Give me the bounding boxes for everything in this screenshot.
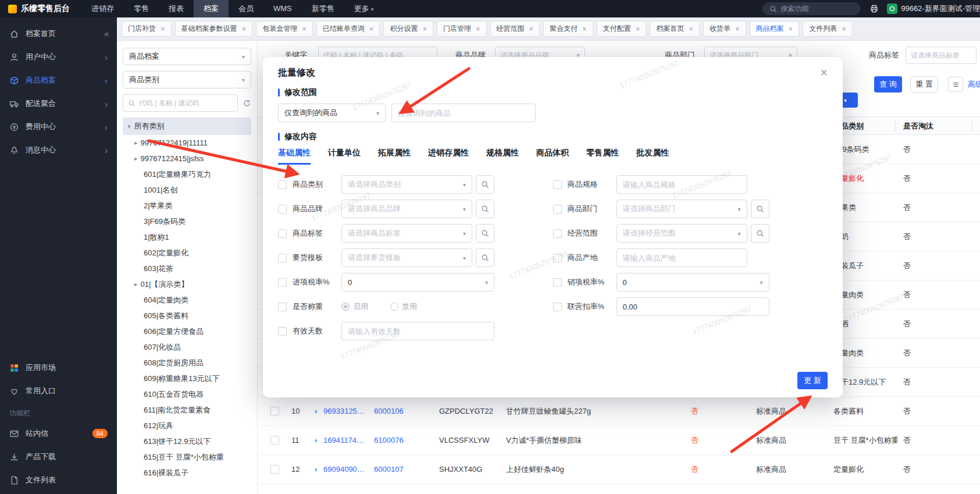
row-checkbox[interactable] [270, 407, 279, 415]
tree-item[interactable]: 613|饼干12.9元以下 [123, 433, 251, 449]
dept-select[interactable]: 请选择商品部门▾ [616, 200, 747, 218]
table-row[interactable]: 10 › 96933125… 6000106 GZPDCLYGT22 甘竹牌豆豉… [258, 397, 980, 426]
caret-down-icon[interactable]: ▾ [127, 123, 131, 130]
field-checkbox[interactable] [278, 180, 287, 189]
tree-item[interactable]: 607|化妆品 [123, 339, 251, 355]
field-checkbox[interactable] [553, 303, 562, 311]
tree-item[interactable]: 612|玩具 [123, 418, 251, 433]
tab-pay-config[interactable]: 支付配置× [597, 21, 647, 37]
tree-root-all-categories[interactable]: ▾ 所有类别 [123, 118, 251, 135]
advanced-query-link[interactable]: 高级 [968, 76, 980, 93]
biz-scope-select[interactable]: 请选择经营范围▾ [616, 224, 747, 243]
field-checkbox[interactable] [278, 254, 287, 262]
list-settings-icon[interactable] [948, 77, 963, 92]
tree-item[interactable]: ▸99767122419|11111 [123, 135, 251, 151]
brand-select[interactable]: 请选择商品品牌▾ [341, 200, 472, 218]
caret-right-icon[interactable]: ▸ [134, 280, 138, 288]
tab-volume[interactable]: 商品体积 [536, 148, 569, 165]
search-icon[interactable] [476, 175, 494, 194]
tree-item[interactable]: 603|花茶 [123, 261, 251, 276]
field-checkbox[interactable] [553, 278, 562, 287]
tab-box-manage[interactable]: 包装盒管理× [256, 21, 313, 37]
field-checkbox[interactable] [278, 205, 287, 214]
tree-item[interactable]: 610|五金百货电器 [123, 386, 251, 402]
sidebar-item-app-market[interactable]: 应用市场 [0, 356, 117, 379]
tab-settled-bill-query[interactable]: 已结账单查询× [316, 21, 380, 37]
origin-input[interactable] [616, 248, 747, 267]
tree-item[interactable]: 609|称重糖果13元以下 [123, 371, 251, 386]
close-icon[interactable]: × [735, 24, 740, 33]
item-barcode-link[interactable]: 69094090… [323, 455, 365, 484]
user-account[interactable]: 99662-新界面测试-管理 [901, 3, 980, 14]
archive-type-select[interactable]: 商品档案 ▾ [123, 48, 251, 65]
radio-enable[interactable] [341, 303, 350, 311]
valid-days-input[interactable] [341, 322, 494, 340]
refresh-icon[interactable] [243, 99, 251, 108]
search-icon[interactable] [476, 248, 494, 267]
close-icon[interactable]: × [820, 66, 828, 79]
field-checkbox[interactable] [278, 229, 287, 238]
tab-store-manage[interactable]: 门店管理× [437, 21, 487, 37]
tree-search-input[interactable]: 代码 | 名称 | 速记码 [123, 94, 238, 112]
header-category[interactable]: 商品类别 [833, 117, 897, 136]
caret-right-icon[interactable]: ▸ [134, 139, 138, 147]
table-row[interactable]: 11 › 16941174… 6100076 VLCSSFXLYW V力诚*手撕… [258, 426, 980, 455]
nav-item-member[interactable]: 会员 [229, 0, 263, 17]
tab-business-scope[interactable]: 经营范围× [490, 21, 540, 37]
tree-item[interactable]: 1|散称1 [123, 229, 251, 245]
item-barcode-link[interactable]: 16941174… [323, 426, 364, 455]
search-icon[interactable] [476, 224, 494, 243]
sidebar-item-message-center[interactable]: 消息中心 › [0, 138, 117, 162]
tab-basic-attrs[interactable]: 基础属性 [278, 148, 311, 165]
field-checkbox[interactable] [553, 205, 562, 214]
expand-row-icon[interactable]: › [315, 426, 317, 455]
close-icon[interactable]: × [476, 24, 480, 33]
item-sku-link[interactable]: 6000106 [374, 397, 404, 426]
sidebar-item-product-archive[interactable]: 商品档案 › [0, 69, 117, 92]
tree-item[interactable]: 608|定货厨房用品 [123, 355, 251, 371]
nav-item-wms[interactable]: WMS [263, 0, 302, 17]
tab-extended-attrs[interactable]: 拓展属性 [378, 148, 411, 165]
joint-rate-input[interactable] [616, 297, 769, 316]
tree-item[interactable]: 611|南北货定量素食 [123, 402, 251, 418]
tab-points-setting[interactable]: 积分设置× [383, 21, 433, 37]
tab-wholesale-attrs[interactable]: 批发属性 [636, 148, 669, 165]
nav-item-retail[interactable]: 零售 [124, 0, 159, 17]
scope-input[interactable] [391, 104, 536, 122]
tree-item[interactable]: 601|定量糖果巧克力 [123, 166, 251, 182]
close-icon[interactable]: × [302, 24, 307, 33]
close-icon[interactable]: × [242, 24, 247, 33]
nav-item-more[interactable]: 更多▾ [344, 0, 384, 17]
printer-icon[interactable] [869, 4, 879, 13]
tree-item[interactable]: 602|定量膨化 [123, 245, 251, 261]
tag-select[interactable]: 请选择商品标签▾ [341, 224, 472, 243]
header-obsolete[interactable]: 是否淘汰 [903, 117, 933, 136]
tree-item[interactable]: 615|豆干 豆腐*小包称重 [123, 449, 251, 465]
collapse-sidebar-icon[interactable]: « [104, 29, 108, 38]
item-sku-link[interactable]: 6100076 [374, 426, 404, 455]
close-icon[interactable]: × [689, 24, 693, 33]
caret-right-icon[interactable]: ▸ [134, 155, 138, 162]
query-button[interactable]: 查 询 [874, 76, 902, 93]
output-tax-select[interactable]: 0▾ [616, 273, 769, 292]
tab-units[interactable]: 计量单位 [328, 148, 361, 165]
nav-item-archive[interactable]: 档案 [194, 0, 229, 17]
close-icon[interactable]: × [161, 24, 165, 33]
nav-item-inventory[interactable]: 进销存 [81, 0, 124, 17]
field-checkbox[interactable] [553, 229, 562, 238]
tab-archive-home[interactable]: 档案首页× [650, 21, 700, 37]
tree-item[interactable]: 606|定量方便食品 [123, 324, 251, 339]
sidebar-item-file-list[interactable]: 文件列表 [0, 468, 117, 492]
tree-item[interactable]: ▸99767122415|jsfss [123, 151, 251, 166]
tag-select[interactable]: 请选择商品标签 [906, 47, 977, 64]
tab-spec-attrs[interactable]: 规格属性 [486, 148, 519, 165]
tab-aggregate-pay[interactable]: 聚合支付× [543, 21, 593, 37]
close-icon[interactable]: × [842, 24, 846, 33]
tree-item[interactable]: 604|定量肉类 [123, 292, 251, 308]
close-icon[interactable]: × [789, 24, 793, 33]
close-icon[interactable]: × [529, 24, 534, 33]
tree-item[interactable]: ▸01|【演示类】 [123, 276, 251, 292]
tab-product-archive[interactable]: 商品档案× [750, 21, 800, 37]
field-checkbox[interactable] [553, 254, 562, 262]
tree-mode-select[interactable]: 商品类别 ▾ [123, 71, 251, 88]
